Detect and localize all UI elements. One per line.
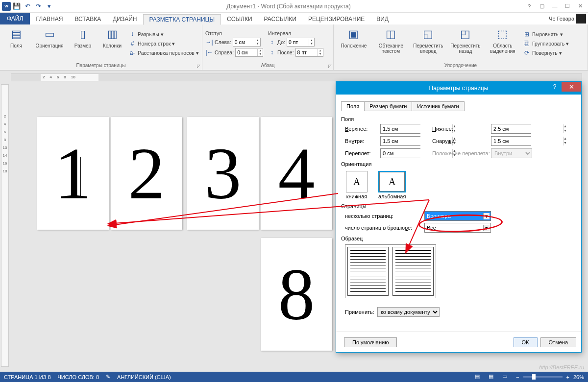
paragraph-dialog-launcher[interactable]: ◸	[328, 64, 332, 69]
group-objects-button[interactable]: ⿻Группировать ▾	[522, 39, 570, 48]
spacing-before-input[interactable]: ▲▼	[287, 38, 315, 47]
orientation-landscape[interactable]: Aальбомная	[377, 170, 407, 200]
hyphenation-button[interactable]: a-Расстановка переносов ▾	[127, 48, 200, 57]
cancel-button[interactable]: Отмена	[540, 337, 576, 347]
group-label-page-setup: Параметры страницы	[2, 62, 200, 69]
input-outside[interactable]: ▲▼	[491, 136, 531, 146]
align-icon: ⊞	[523, 30, 531, 38]
indent-right-input[interactable]: ▲▼	[235, 48, 263, 57]
selection-pane-button[interactable]: ⬚Область выделения	[485, 25, 521, 62]
group-icon: ⿻	[523, 40, 531, 48]
wrap-icon: ◫	[383, 26, 399, 42]
status-proofing-icon[interactable]: ✎	[106, 374, 110, 380]
view-read-icon[interactable]: ▤	[475, 373, 485, 381]
close-icon[interactable]: ✕	[574, 2, 586, 11]
window-title: Документ1 - Word (Сбой активации продукт…	[54, 3, 523, 10]
page-8[interactable]: 8	[261, 238, 332, 351]
page-2[interactable]: 2	[111, 117, 182, 230]
indent-left-input[interactable]: ▲▼	[233, 38, 261, 47]
tab-mailings[interactable]: РАССЫЛКИ	[258, 14, 302, 24]
qat-customize-icon[interactable]: ▾	[44, 1, 54, 11]
select-sheets[interactable]: Все▾	[424, 223, 491, 233]
status-language[interactable]: АНГЛИЙСКИЙ (США)	[117, 374, 171, 380]
hyphenation-icon: a-	[128, 49, 136, 57]
dialog-title: Параметры страницы	[429, 85, 489, 92]
breaks-button[interactable]: ⤓Разрывы ▾	[127, 30, 200, 39]
tab-page-layout[interactable]: РАЗМЕТКА СТРАНИЦЫ	[143, 14, 221, 25]
orientation-icon: ▭	[42, 26, 57, 42]
zoom-level[interactable]: 26%	[573, 374, 584, 380]
label-inside: Внутри:	[345, 138, 380, 144]
bring-forward-button[interactable]: ◱Переместить вперед	[410, 25, 446, 62]
send-backward-button[interactable]: ◰Переместить назад	[447, 25, 484, 62]
tab-references[interactable]: ССЫЛКИ	[221, 14, 258, 24]
indent-left-icon: →|	[205, 38, 213, 46]
maximize-icon[interactable]: ☐	[562, 2, 573, 11]
position-button[interactable]: ▣Положение	[336, 25, 372, 62]
zoom-slider[interactable]	[523, 376, 563, 378]
orientation-portrait[interactable]: Aкнижная	[345, 170, 368, 200]
page-1[interactable]: 1	[37, 117, 109, 230]
wrap-text-button[interactable]: ◫Обтекание текстом	[373, 25, 409, 62]
input-top[interactable]: ▲▼	[380, 124, 420, 134]
dialog-help-icon[interactable]: ?	[549, 82, 561, 92]
dialog-tab-paper[interactable]: Размер бумаги	[364, 101, 412, 111]
select-gutter-pos: Внутри	[491, 148, 532, 158]
redo-icon[interactable]: ↷	[33, 1, 43, 11]
select-multiple-pages[interactable]: Брошюра▾	[424, 211, 491, 221]
spacing-after-icon: ↕	[268, 48, 276, 56]
input-inside[interactable]: ▲▼	[380, 136, 420, 146]
orientation-button[interactable]: ▭Ориентация	[31, 25, 68, 62]
status-word-count[interactable]: ЧИСЛО СЛОВ: 8	[58, 374, 99, 380]
page-setup-dialog: Параметры страницы ? ✕ Поля Размер бумаг…	[336, 81, 582, 353]
input-bottom[interactable]: ▲▼	[491, 124, 531, 134]
page-3[interactable]: 3	[187, 117, 259, 230]
status-page[interactable]: СТРАНИЦА 1 ИЗ 8	[4, 374, 51, 380]
tab-design[interactable]: ДИЗАЙН	[107, 14, 143, 24]
ok-button[interactable]: ОК	[514, 337, 538, 347]
tab-insert[interactable]: ВСТАВКА	[69, 14, 107, 24]
default-button[interactable]: По умолчанию	[344, 337, 397, 347]
horizontal-ruler[interactable]: 246810	[11, 73, 582, 81]
label-apply: Применить:	[345, 309, 374, 315]
rotate-icon: ⟳	[523, 49, 531, 57]
zoom-in-icon[interactable]: +	[566, 374, 569, 380]
zoom-out-icon[interactable]: −	[516, 374, 519, 380]
rotate-button[interactable]: ⟳Повернуть ▾	[522, 48, 570, 57]
help-icon[interactable]: ?	[523, 2, 535, 11]
ribbon-options-icon[interactable]: ▢	[536, 2, 548, 11]
select-apply[interactable]: ко всему документу	[377, 307, 440, 317]
view-web-icon[interactable]: ▭	[502, 373, 512, 381]
save-icon[interactable]: 💾	[12, 1, 22, 11]
breaks-icon: ⤓	[128, 30, 136, 38]
tab-file[interactable]: ФАЙЛ	[0, 13, 30, 24]
input-gutter[interactable]: ▲▼	[380, 148, 420, 158]
dialog-tab-source[interactable]: Источник бумаги	[412, 101, 464, 111]
dialog-tab-margins[interactable]: Поля	[341, 101, 365, 111]
align-button[interactable]: ⊞Выровнять ▾	[522, 30, 570, 39]
page-setup-dialog-launcher[interactable]: ◸	[197, 64, 200, 69]
line-numbers-button[interactable]: #Номера строк ▾	[127, 39, 200, 48]
user-account[interactable]: Че Гевара	[549, 14, 586, 24]
undo-icon[interactable]: ↶	[23, 1, 32, 11]
tab-view[interactable]: ВИД	[370, 14, 394, 24]
watermark: http://BestFREE.ru	[539, 364, 584, 370]
landscape-icon: A	[378, 171, 406, 192]
columns-button[interactable]: ▥Колонки	[98, 25, 126, 62]
tab-home[interactable]: ГЛАВНАЯ	[30, 14, 69, 24]
size-button[interactable]: ▯Размер	[69, 25, 97, 62]
view-print-icon[interactable]: ▦	[489, 373, 498, 381]
vertical-ruler[interactable]: 246810141618	[1, 84, 9, 367]
label-gutter-pos: Положение переплета:	[432, 150, 491, 156]
tab-review[interactable]: РЕЦЕНЗИРОВАНИЕ	[302, 14, 370, 24]
ribbon: ▤Поля ▭Ориентация ▯Размер ▥Колонки ⤓Разр…	[0, 24, 588, 71]
indent-header: Отступ	[204, 30, 264, 37]
margins-button[interactable]: ▤Поля	[2, 25, 30, 62]
dialog-tabs: Поля Размер бумаги Источник бумаги	[341, 101, 576, 111]
dialog-title-bar[interactable]: Параметры страницы ? ✕	[336, 82, 581, 95]
page-4[interactable]: 4	[261, 117, 332, 230]
spacing-after-input[interactable]: ▲▼	[295, 48, 323, 57]
minimize-icon[interactable]: —	[549, 2, 561, 11]
window-controls: ? ▢ — ☐ ✕	[523, 2, 588, 11]
dialog-close-icon[interactable]: ✕	[562, 82, 581, 92]
